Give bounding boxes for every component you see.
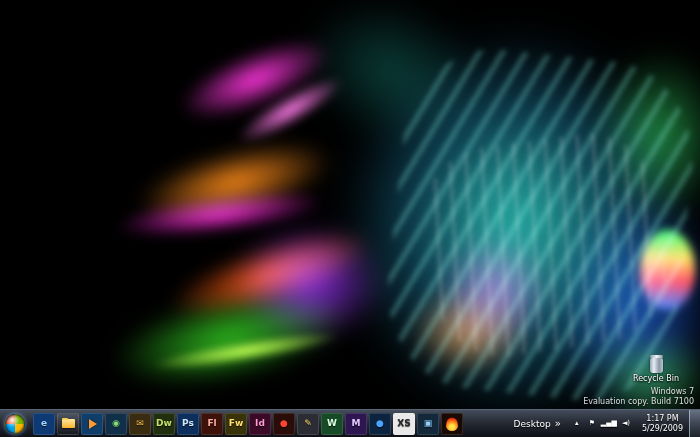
notepad-pencil-icon[interactable]: ✎ — [297, 413, 319, 435]
mail-icon-glyph: ✉ — [136, 419, 144, 428]
tray-icons: ▴⚑▂▄▆◄) — [567, 417, 636, 431]
watermark-line2: Evaluation copy. Build 7100 — [583, 397, 694, 407]
media-player-icon[interactable] — [81, 413, 103, 435]
blue-app-icon[interactable]: ● — [369, 413, 391, 435]
flame-app-icon[interactable] — [441, 413, 463, 435]
flash-icon[interactable]: Fl — [201, 413, 223, 435]
media-center-icon-glyph: ◉ — [112, 419, 120, 428]
messenger-icon-glyph: M — [352, 419, 361, 428]
clock[interactable]: 1:17 PM 5/29/2009 — [636, 414, 689, 434]
dreamweaver-icon-glyph: Dw — [156, 419, 172, 428]
start-button[interactable] — [5, 414, 25, 434]
action-center-icon[interactable]: ⚑ — [586, 417, 598, 431]
fireworks-icon[interactable]: Fw — [225, 413, 247, 435]
watermark-line1: Windows 7 — [583, 387, 694, 397]
picture-viewer-icon[interactable]: ▣ — [417, 413, 439, 435]
red-app-icon[interactable]: ● — [273, 413, 295, 435]
word-icon[interactable]: W — [321, 413, 343, 435]
fireworks-icon-glyph: Fw — [229, 419, 243, 428]
red-app-icon-glyph: ● — [280, 419, 288, 428]
recycle-bin[interactable]: Recycle Bin — [628, 358, 684, 383]
picture-viewer-icon-glyph: ▣ — [424, 419, 433, 428]
photoshop-icon-glyph: Ps — [182, 419, 194, 428]
messenger-icon[interactable]: M — [345, 413, 367, 435]
internet-explorer-icon-glyph: e — [41, 419, 47, 428]
xs-app-icon-glyph: XS — [397, 419, 410, 428]
screen: Recycle Bin Windows 7 Evaluation copy. B… — [0, 0, 700, 437]
recycle-bin-icon — [650, 358, 663, 373]
hidden-icons-button[interactable]: ▴ — [571, 417, 583, 431]
volume-icon[interactable]: ◄) — [620, 417, 632, 431]
clock-date: 5/29/2009 — [642, 424, 683, 434]
wallpaper — [0, 0, 700, 437]
media-center-icon[interactable]: ◉ — [105, 413, 127, 435]
taskbar: e◉✉DwPsFlFwId●✎WM●XS▣ Desktop » ▴⚑▂▄▆◄) … — [0, 409, 700, 437]
photoshop-icon[interactable]: Ps — [177, 413, 199, 435]
indesign-icon-glyph: Id — [255, 419, 265, 428]
flash-icon-glyph: Fl — [207, 419, 216, 428]
notepad-pencil-icon-glyph: ✎ — [304, 419, 312, 428]
recycle-bin-label: Recycle Bin — [628, 374, 684, 383]
desktop-toolbar[interactable]: Desktop » — [508, 418, 567, 429]
xs-app-icon[interactable]: XS — [393, 413, 415, 435]
desktop-toolbar-label: Desktop — [514, 419, 551, 429]
blue-app-icon-glyph: ● — [376, 419, 384, 428]
internet-explorer-icon[interactable]: e — [33, 413, 55, 435]
wallpaper-blob-rainbow-edge — [640, 230, 695, 310]
indesign-icon[interactable]: Id — [249, 413, 271, 435]
word-icon-glyph: W — [327, 419, 337, 428]
taskbar-right: Desktop » ▴⚑▂▄▆◄) 1:17 PM 5/29/2009 — [508, 410, 700, 437]
mail-icon[interactable]: ✉ — [129, 413, 151, 435]
dreamweaver-icon[interactable]: Dw — [153, 413, 175, 435]
wallpaper-blob-amber-core — [410, 285, 530, 375]
windows-explorer-icon[interactable] — [57, 413, 79, 435]
chevron-right-icon: » — [555, 418, 561, 429]
show-desktop-button[interactable] — [689, 410, 700, 437]
network-icon[interactable]: ▂▄▆ — [601, 417, 617, 431]
taskbar-icons: e◉✉DwPsFlFwId●✎WM●XS▣ — [33, 413, 463, 435]
clock-time: 1:17 PM — [642, 414, 683, 424]
build-watermark: Windows 7 Evaluation copy. Build 7100 — [583, 387, 694, 407]
